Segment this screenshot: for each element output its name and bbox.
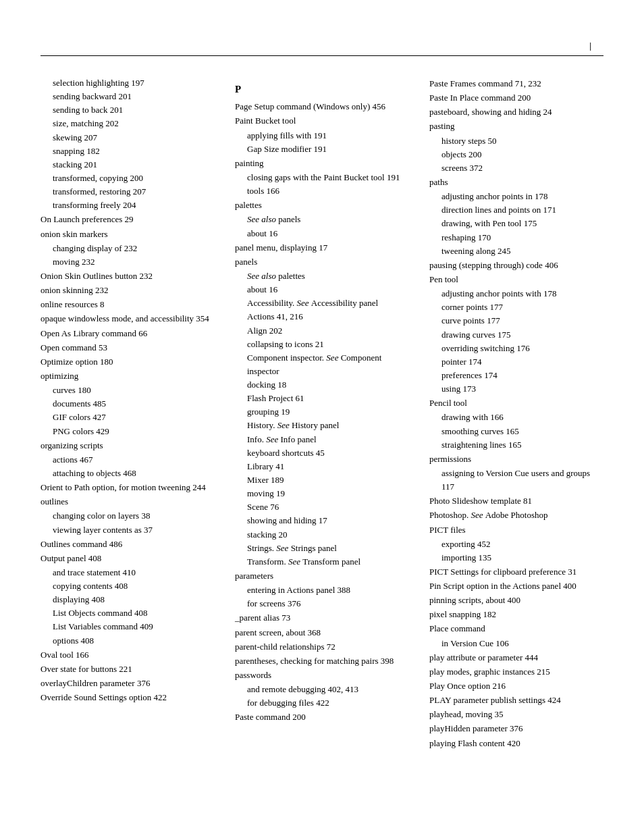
index-entry: Library 41 — [235, 460, 409, 473]
index-entry: palettes — [235, 199, 409, 212]
index-entry: Oval tool 166 — [41, 648, 215, 662]
index-entry: Pencil tool — [429, 396, 603, 410]
index-entry: in Version Cue 106 — [429, 637, 603, 650]
index-entry: playhead, moving 35 — [429, 708, 603, 721]
index-entry: tweening along 245 — [429, 244, 603, 258]
index-entry: Info. See Info panel — [235, 433, 409, 446]
column-2: PPage Setup command (Windows only) 456Pa… — [235, 76, 409, 751]
index-entry: Place command — [429, 622, 603, 635]
index-entry: play attribute or parameter 444 — [429, 651, 603, 664]
header-divider: | — [589, 41, 591, 51]
index-entry: painting — [235, 157, 409, 170]
index-entry: Onion Skin Outlines button 232 — [41, 269, 215, 283]
index-entry: closing gaps with the Paint Bucket tool … — [235, 171, 409, 184]
index-entry: opaque windowless mode, and accessibilit… — [41, 312, 215, 325]
index-entry: transforming freely 204 — [41, 199, 215, 212]
index-entry: Output panel 408 — [41, 552, 215, 565]
index-entry: organizing scripts — [41, 439, 215, 452]
index-entry: smoothing curves 165 — [429, 425, 603, 438]
index-entry: List Variables command 409 — [41, 620, 215, 633]
index-entry: displaying 408 — [41, 593, 215, 606]
index-entry: pasteboard, showing and hiding 24 — [429, 105, 603, 119]
index-entry: options 408 — [41, 634, 215, 648]
index-entry: and remote debugging 402, 413 — [235, 683, 409, 696]
index-entry: parameters — [235, 569, 409, 583]
index-entry: actions 467 — [41, 453, 215, 467]
index-entry: overlayChildren parameter 376 — [41, 677, 215, 690]
index-entry: PICT files — [429, 523, 603, 537]
index-entry: corner points 177 — [429, 301, 603, 314]
index-entry: History. See History panel — [235, 419, 409, 432]
index-entry: Play Once option 216 — [429, 679, 603, 693]
index-entry: _parent alias 73 — [235, 611, 409, 625]
index-entry: pasting — [429, 120, 603, 133]
index-entry: Flash Project 61 — [235, 392, 409, 405]
index-entry: transformed, copying 200 — [41, 172, 215, 185]
index-entry: docking 18 — [235, 378, 409, 392]
index-entry: parent-child relationships 72 — [235, 640, 409, 654]
index-content: selection highlighting 197sending backwa… — [41, 76, 603, 751]
index-entry: documents 485 — [41, 397, 215, 411]
index-entry: optimizing — [41, 369, 215, 383]
index-entry: drawing with 166 — [429, 411, 603, 424]
index-entry: onion skinning 232 — [41, 284, 215, 297]
index-entry: Paste command 200 — [235, 710, 409, 724]
index-entry: See also panels — [235, 213, 409, 226]
index-entry: changing color on layers 38 — [41, 509, 215, 523]
index-entry: snapping 182 — [41, 145, 215, 158]
page-header: | — [41, 41, 603, 56]
index-entry: See also palettes — [235, 269, 409, 283]
index-entry: Pin Script option in the Actions panel 4… — [429, 579, 603, 593]
index-entry: transformed, restoring 207 — [41, 185, 215, 199]
index-entry: PICT Settings for clipboard preference 3… — [429, 565, 603, 579]
index-entry: Gap Size modifier 191 — [235, 142, 409, 156]
index-entry: Paste In Place command 200 — [429, 91, 603, 105]
index-entry: direction lines and points on 171 — [429, 203, 603, 217]
index-entry: passwords — [235, 669, 409, 682]
index-entry: On Launch preferences 29 — [41, 213, 215, 226]
index-entry: pixel snapping 182 — [429, 608, 603, 621]
index-entry: and trace statement 410 — [41, 566, 215, 579]
index-entry: Over state for buttons 221 — [41, 662, 215, 676]
index-entry: Paste Frames command 71, 232 — [429, 77, 603, 90]
index-entry: Mixer 189 — [235, 473, 409, 487]
index-entry: Page Setup command (Windows only) 456 — [235, 100, 409, 113]
index-entry: adjusting anchor points with 178 — [429, 287, 603, 301]
index-entry: Open As Library command 66 — [41, 327, 215, 340]
index-entry: drawing, with Pen tool 175 — [429, 217, 603, 230]
index-entry: parent screen, about 368 — [235, 626, 409, 640]
index-entry: applying fills with 191 — [235, 129, 409, 142]
index-entry: showing and hiding 17 — [235, 514, 409, 527]
index-entry: sending to back 201 — [41, 103, 215, 117]
index-entry: Scene 76 — [235, 500, 409, 514]
index-entry: grouping 19 — [235, 405, 409, 419]
index-entry: objects 200 — [429, 148, 603, 161]
index-entry: stacking 20 — [235, 528, 409, 542]
index-entry: screens 372 — [429, 161, 603, 175]
index-entry: List Objects command 408 — [41, 606, 215, 620]
index-entry: copying contents 408 — [41, 579, 215, 593]
index-entry: Orient to Path option, for motion tweeni… — [41, 481, 215, 494]
index-entry: moving 19 — [235, 487, 409, 500]
index-entry: about 16 — [235, 227, 409, 240]
index-entry: panel menu, displaying 17 — [235, 241, 409, 255]
index-entry: attaching to objects 468 — [41, 467, 215, 480]
column-1: selection highlighting 197sending backwa… — [41, 76, 215, 751]
index-entry: Strings. See Strings panel — [235, 542, 409, 555]
index-entry: sending backward 201 — [41, 90, 215, 103]
index-entry: Optimize option 180 — [41, 355, 215, 369]
index-entry: collapsing to icons 21 — [235, 338, 409, 351]
index-entry: drawing curves 175 — [429, 328, 603, 342]
index-entry: PNG colors 429 — [41, 425, 215, 438]
index-entry: selection highlighting 197 — [41, 76, 215, 90]
index-entry: online resources 8 — [41, 298, 215, 311]
index-entry: importing 135 — [429, 551, 603, 565]
index-entry: curve points 177 — [429, 314, 603, 328]
index-entry: paths — [429, 176, 603, 189]
index-entry: Open command 53 — [41, 341, 215, 355]
index-entry: Pen tool — [429, 273, 603, 286]
index-entry: play modes, graphic instances 215 — [429, 665, 603, 679]
index-entry: Align 202 — [235, 324, 409, 338]
page: | selection highlighting 197sending back… — [0, 0, 644, 834]
index-entry: GIF colors 427 — [41, 411, 215, 424]
